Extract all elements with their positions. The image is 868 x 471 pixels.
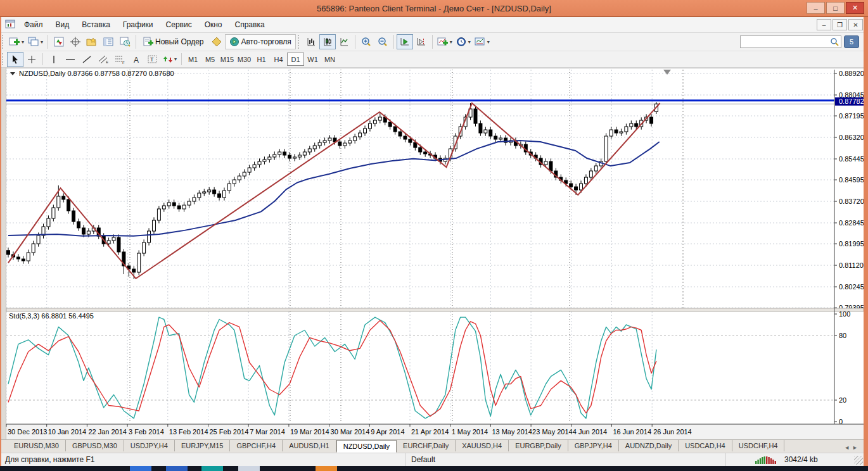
chart-tab-AUDUSD,H1[interactable]: AUDUSD,H1	[283, 440, 336, 451]
chart-shift-button[interactable]	[413, 34, 430, 49]
chart-tab-NZDUSD,Daily[interactable]: NZDUSD,Daily	[336, 440, 397, 453]
arrows-tool-button[interactable]: ▾	[161, 52, 179, 67]
chart-tab-GBPCHF,H4[interactable]: GBPCHF,H4	[230, 440, 283, 451]
autotrading-button[interactable]: Авто-торговля	[225, 34, 296, 49]
candle-body	[182, 205, 186, 209]
toolbar-grip[interactable]	[2, 53, 5, 65]
text-label-tool[interactable]: T	[144, 52, 161, 67]
timeframe-button-H4[interactable]: H4	[270, 53, 287, 66]
data-window-button[interactable]	[67, 34, 84, 49]
price-axis-label: 0.84595	[839, 176, 864, 184]
zoom-out-button[interactable]	[374, 34, 391, 49]
candle-body	[132, 269, 136, 272]
indicator-axis-label: 80	[839, 332, 846, 339]
taskbar-icon-hint[interactable]	[238, 466, 260, 471]
strategy-tester-button[interactable]	[117, 34, 133, 49]
chart-tab-GBPJPY,H4[interactable]: GBPJPY,H4	[568, 440, 619, 451]
menu-item-Вид[interactable]: Вид	[49, 18, 76, 32]
navigator-button[interactable]	[84, 34, 100, 49]
chart-tab-GBPUSD,M30[interactable]: GBPUSD,M30	[66, 440, 124, 451]
price-chart[interactable]: 0.889200.880450.871950.863200.854450.845…	[0, 68, 868, 439]
toolbar-grip[interactable]	[2, 35, 5, 49]
chart-tab-EURCHF,Daily[interactable]: EURCHF,Daily	[397, 440, 456, 451]
menu-item-Справка[interactable]: Справка	[229, 18, 271, 32]
search-input[interactable]	[743, 37, 830, 47]
tab-scroll-arrows[interactable]: ◄►	[844, 444, 860, 451]
metaeditor-button[interactable]	[208, 34, 225, 49]
resize-grip[interactable]	[854, 456, 863, 465]
date-label: 26 Jun 2014	[653, 428, 692, 436]
chart-tab-EURJPY,M15[interactable]: EURJPY,M15	[175, 440, 230, 451]
search-box[interactable]	[740, 35, 841, 48]
timeframe-button-M1[interactable]: M1	[184, 53, 201, 66]
templates-button[interactable]: ▾	[473, 34, 492, 49]
bar-chart-icon	[306, 37, 316, 47]
line-chart-button[interactable]	[336, 34, 352, 49]
traffic-bars-icon	[755, 456, 778, 464]
timeframe-button-M15[interactable]: M15	[219, 53, 236, 66]
menu-item-Графики[interactable]: Графики	[117, 18, 160, 32]
menu-item-Вставка[interactable]: Вставка	[75, 18, 117, 32]
chart-tab-USDCHF,H4[interactable]: USDCHF,H4	[732, 440, 785, 451]
cursor-tool-button[interactable]	[7, 52, 23, 67]
mdi-close-button[interactable]: ✕	[848, 19, 863, 30]
candle-body	[143, 242, 146, 253]
mdi-restore-button[interactable]: ❐	[833, 19, 847, 30]
timeframe-button-M5[interactable]: M5	[201, 53, 219, 66]
menu-item-Файл[interactable]: Файл	[18, 18, 49, 32]
indicators-button[interactable]: ▾	[435, 34, 454, 49]
minimize-button[interactable]: –	[807, 2, 825, 14]
new-chart-button[interactable]: ▾	[7, 34, 26, 49]
timeframe-button-W1[interactable]: W1	[304, 53, 321, 66]
timeframe-button-H1[interactable]: H1	[253, 53, 270, 66]
candle-body	[62, 196, 65, 199]
line-chart-icon	[339, 37, 349, 47]
terminal-button[interactable]	[100, 34, 117, 49]
profiles-button[interactable]: ▾	[26, 34, 45, 49]
chart-tab-USDJPY,H4[interactable]: USDJPY,H4	[124, 440, 175, 451]
taskbar-icon-hint[interactable]	[316, 466, 337, 471]
chart-tab-EURUSD,M30[interactable]: EURUSD,M30	[8, 440, 66, 451]
taskbar-icon-hint[interactable]	[201, 466, 223, 471]
mdi-minimize-button[interactable]: –	[817, 19, 831, 30]
candle-body	[620, 132, 623, 133]
vertical-line-tool[interactable]	[46, 52, 62, 67]
taskbar-icon-hint[interactable]	[130, 466, 151, 471]
auto-scroll-button[interactable]	[397, 34, 413, 49]
text-tool[interactable]: A	[128, 52, 144, 67]
timeframe-button-MN[interactable]: MN	[321, 53, 338, 66]
search-icon[interactable]	[830, 37, 839, 46]
restore-button[interactable]: □	[826, 2, 845, 14]
horizontal-line-tool[interactable]	[62, 52, 79, 67]
new-order-button[interactable]: Новый Ордер	[139, 34, 208, 49]
candle-body	[203, 192, 206, 193]
timeframe-button-M30[interactable]: M30	[236, 53, 253, 66]
chart-tab-AUDNZD,Daily[interactable]: AUDNZD,Daily	[619, 440, 679, 451]
help-badge: 5	[850, 38, 853, 46]
candle-body	[610, 130, 613, 136]
candlestick-chart-button[interactable]	[319, 34, 336, 49]
toolbar-grip[interactable]	[298, 35, 301, 49]
equidistant-channel-tool[interactable]: E	[95, 52, 112, 67]
chart-tab-XAUUSD,H4[interactable]: XAUUSD,H4	[456, 440, 509, 451]
periods-button[interactable]: ▾	[454, 34, 473, 49]
timeframe-button-D1[interactable]: D1	[287, 53, 304, 66]
menu-item-Сервис[interactable]: Сервис	[160, 18, 198, 32]
bar-chart-button[interactable]	[303, 34, 319, 49]
trendline-tool[interactable]	[79, 52, 95, 67]
chart-tab-EURGBP,Daily[interactable]: EURGBP,Daily	[509, 440, 568, 451]
zoom-in-button[interactable]	[358, 34, 374, 49]
candle-body	[148, 231, 151, 242]
menu-item-Окно[interactable]: Окно	[198, 18, 229, 32]
status-profile[interactable]: Default	[405, 453, 725, 466]
taskbar-icon-hint[interactable]	[166, 466, 188, 471]
crosshair-tool-button[interactable]	[23, 52, 40, 67]
fibonacci-tool[interactable]: F	[112, 52, 128, 67]
candlestick-icon	[322, 37, 333, 47]
candle-body	[87, 231, 90, 234]
help-bubble-button[interactable]: 5	[844, 35, 859, 48]
chart-tab-USDCAD,H4[interactable]: USDCAD,H4	[679, 440, 732, 451]
close-button[interactable]: ✕	[846, 2, 864, 14]
market-watch-button[interactable]	[51, 34, 67, 49]
date-label: 23 May 2014	[532, 428, 573, 436]
